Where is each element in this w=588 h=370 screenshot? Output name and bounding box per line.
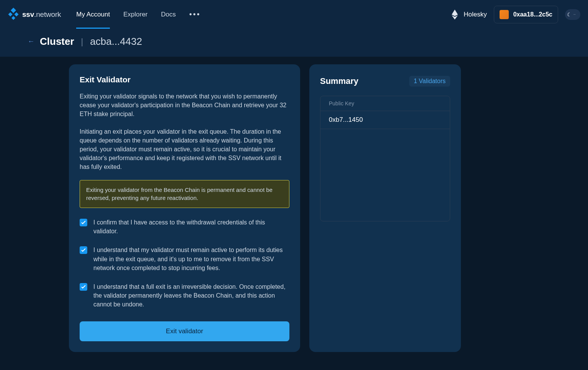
checkbox-3[interactable]: [80, 283, 87, 291]
topbar-right: Holesky 0xaa18...2c5c ☾ ··: [451, 6, 580, 23]
metamask-icon: [500, 10, 509, 19]
exit-paragraph-2: Initiating an exit places your validator…: [80, 127, 289, 172]
checkbox-3-label: I understand that a full exit is an irre…: [93, 282, 289, 309]
ethereum-icon: [451, 9, 458, 20]
svg-marker-3: [11, 16, 15, 20]
network-selector[interactable]: Holesky: [451, 9, 487, 20]
exit-paragraph-1: Exiting your validator signals to the ne…: [80, 92, 289, 119]
svg-marker-0: [11, 8, 16, 13]
breadcrumb: ← Cluster | acba...4432: [0, 29, 588, 57]
wallet-button[interactable]: 0xaa18...2c5c: [494, 6, 558, 23]
main-nav: My Account Explorer Docs •••: [76, 0, 201, 29]
summary-header: Summary 1 Validators: [320, 76, 450, 87]
nav-explorer[interactable]: Explorer: [123, 0, 147, 29]
checkbox-1[interactable]: [80, 219, 87, 226]
logo[interactable]: ssv.network: [8, 8, 61, 21]
summary-table-row: 0xb7...1450: [320, 111, 450, 129]
theme-toggle[interactable]: ☾ ··: [565, 9, 580, 20]
nav-my-account[interactable]: My Account: [76, 0, 110, 29]
nav-more-icon[interactable]: •••: [189, 10, 201, 19]
summary-card: Summary 1 Validators Public Key 0xb7...1…: [309, 64, 461, 352]
validators-count-badge: 1 Validators: [409, 76, 450, 87]
breadcrumb-id: acba...4432: [90, 36, 142, 47]
svg-marker-1: [8, 12, 13, 16]
nav-docs[interactable]: Docs: [161, 0, 176, 29]
confirm-row-2: I understand that my validator must rema…: [80, 246, 289, 272]
warning-box: Exiting your validator from the Beacon C…: [80, 180, 289, 208]
confirm-row-3: I understand that a full exit is an irre…: [80, 282, 289, 309]
wallet-address: 0xaa18...2c5c: [513, 11, 552, 18]
breadcrumb-separator: |: [81, 37, 83, 47]
svg-marker-4: [452, 10, 458, 16]
back-arrow-icon[interactable]: ←: [28, 38, 34, 46]
svg-marker-2: [15, 12, 19, 16]
summary-table-header: Public Key: [320, 96, 450, 111]
exit-validator-button[interactable]: Exit validator: [80, 321, 289, 341]
breadcrumb-main: Cluster: [40, 36, 74, 47]
exit-validator-card: Exit Validator Exiting your validator si…: [69, 64, 300, 352]
confirm-row-1: I confirm that I have access to the with…: [80, 218, 289, 236]
summary-title: Summary: [320, 76, 358, 86]
exit-title: Exit Validator: [80, 75, 289, 84]
top-bar: ssv.network My Account Explorer Docs •••…: [0, 0, 588, 29]
network-name: Holesky: [464, 11, 487, 18]
stars-icon: ··: [573, 12, 576, 16]
ssv-logo-icon: [8, 8, 19, 21]
logo-text: ssv.network: [22, 10, 61, 19]
checkbox-2[interactable]: [80, 246, 87, 254]
checkbox-2-label: I understand that my validator must rema…: [93, 246, 289, 272]
moon-icon: ☾: [567, 11, 572, 18]
content-area: Exit Validator Exiting your validator si…: [0, 57, 588, 352]
checkbox-1-label: I confirm that I have access to the with…: [93, 218, 289, 236]
summary-table: Public Key 0xb7...1450: [320, 96, 450, 221]
